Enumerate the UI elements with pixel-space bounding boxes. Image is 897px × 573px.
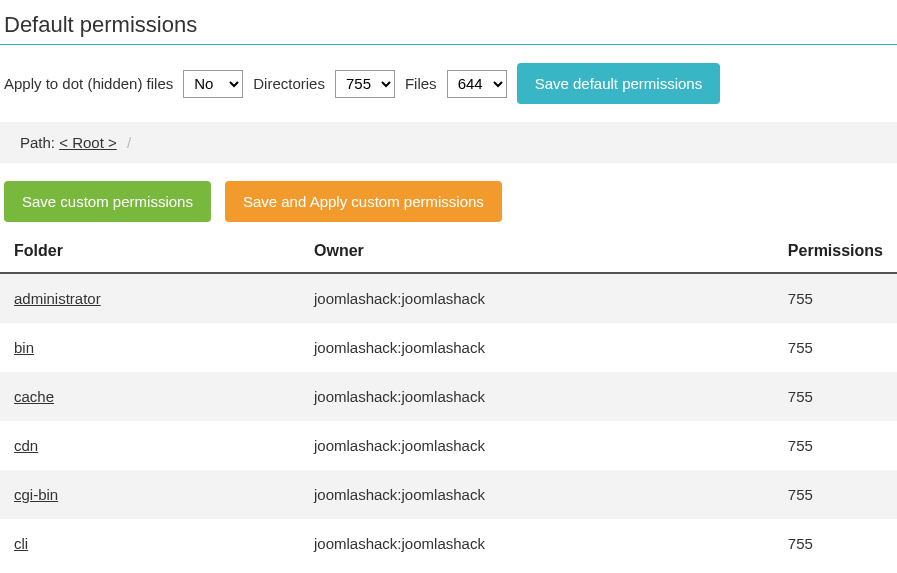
- perm-cell: 755: [774, 323, 897, 372]
- table-row: clijoomlashack:joomlashack755: [0, 519, 897, 568]
- perm-cell: 755: [774, 273, 897, 323]
- path-label: Path:: [20, 134, 55, 151]
- th-folder: Folder: [0, 232, 300, 273]
- folder-link[interactable]: cache: [14, 388, 54, 405]
- perm-cell: 755: [774, 470, 897, 519]
- owner-cell: joomlashack:joomlashack: [300, 273, 774, 323]
- owner-cell: joomlashack:joomlashack: [300, 470, 774, 519]
- breadcrumb-root[interactable]: < Root >: [59, 134, 117, 151]
- folder-link[interactable]: administrator: [14, 290, 101, 307]
- owner-cell: joomlashack:joomlashack: [300, 421, 774, 470]
- directories-select[interactable]: 755: [335, 70, 395, 98]
- folder-link[interactable]: cdn: [14, 437, 38, 454]
- save-custom-button[interactable]: Save custom permissions: [4, 181, 211, 222]
- table-row: cgi-binjoomlashack:joomlashack755: [0, 470, 897, 519]
- directories-label: Directories: [253, 75, 325, 92]
- owner-cell: joomlashack:joomlashack: [300, 372, 774, 421]
- th-permissions: Permissions: [774, 232, 897, 273]
- perm-cell: 755: [774, 519, 897, 568]
- table-row: binjoomlashack:joomlashack755: [0, 323, 897, 372]
- custom-buttons: Save custom permissions Save and Apply c…: [0, 181, 897, 232]
- dot-files-select[interactable]: No: [183, 70, 243, 98]
- owner-cell: joomlashack:joomlashack: [300, 519, 774, 568]
- owner-cell: joomlashack:joomlashack: [300, 323, 774, 372]
- th-owner: Owner: [300, 232, 774, 273]
- table-row: administratorjoomlashack:joomlashack755: [0, 273, 897, 323]
- breadcrumb: Path: < Root > /: [0, 122, 897, 163]
- folder-link[interactable]: cgi-bin: [14, 486, 58, 503]
- folder-link[interactable]: bin: [14, 339, 34, 356]
- files-label: Files: [405, 75, 437, 92]
- files-select[interactable]: 644: [447, 70, 507, 98]
- dot-files-label: Apply to dot (hidden) files: [4, 75, 173, 92]
- default-controls: Apply to dot (hidden) files No Directori…: [0, 63, 897, 122]
- page-title: Default permissions: [0, 0, 897, 45]
- breadcrumb-sep: /: [127, 134, 131, 151]
- save-default-button[interactable]: Save default permissions: [517, 63, 721, 104]
- save-apply-button[interactable]: Save and Apply custom permissions: [225, 181, 502, 222]
- permissions-table: Folder Owner Permissions administratorjo…: [0, 232, 897, 568]
- table-row: cdnjoomlashack:joomlashack755: [0, 421, 897, 470]
- folder-link[interactable]: cli: [14, 535, 28, 552]
- perm-cell: 755: [774, 421, 897, 470]
- table-row: cachejoomlashack:joomlashack755: [0, 372, 897, 421]
- perm-cell: 755: [774, 372, 897, 421]
